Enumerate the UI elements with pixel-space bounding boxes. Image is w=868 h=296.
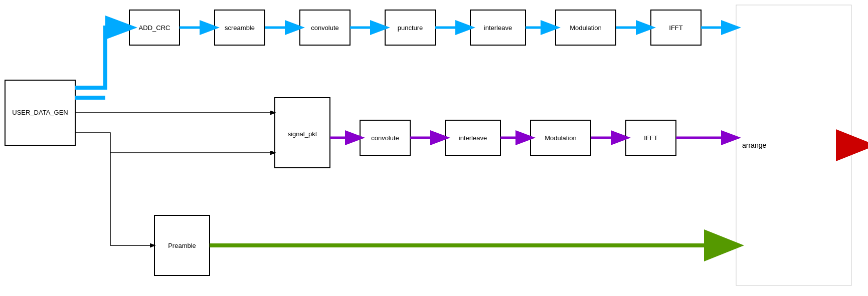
convolute-mid-label: convolute xyxy=(371,134,399,142)
preamble-label: Preamble xyxy=(168,242,196,249)
add-crc-label: ADD_CRC xyxy=(139,24,170,32)
diagram: USER_DATA_GEN ADD_CRC screamble convolut… xyxy=(0,0,868,296)
convolute-top-label: convolute xyxy=(311,24,339,32)
user-data-gen-label: USER_DATA_GEN xyxy=(12,109,68,116)
signal-pkt-label: signal_pkt xyxy=(288,130,317,138)
ifft-mid-label: IFFT xyxy=(644,134,657,142)
interleave-mid-label: interleave xyxy=(459,134,487,142)
flow-diagram: USER_DATA_GEN ADD_CRC screamble convolut… xyxy=(0,0,868,296)
arrange-label: arrange xyxy=(742,141,766,149)
modulation-top-label: Modulation xyxy=(570,24,602,32)
ifft-top-label: IFFT xyxy=(669,24,682,32)
line-gen-preamble xyxy=(75,133,154,245)
screamble-label: screamble xyxy=(225,24,255,32)
puncture-label: puncture xyxy=(398,24,423,32)
interleave-top-label: interleave xyxy=(484,24,512,32)
modulation-mid-label: Modulation xyxy=(545,134,577,142)
blue-path-top xyxy=(75,28,129,88)
